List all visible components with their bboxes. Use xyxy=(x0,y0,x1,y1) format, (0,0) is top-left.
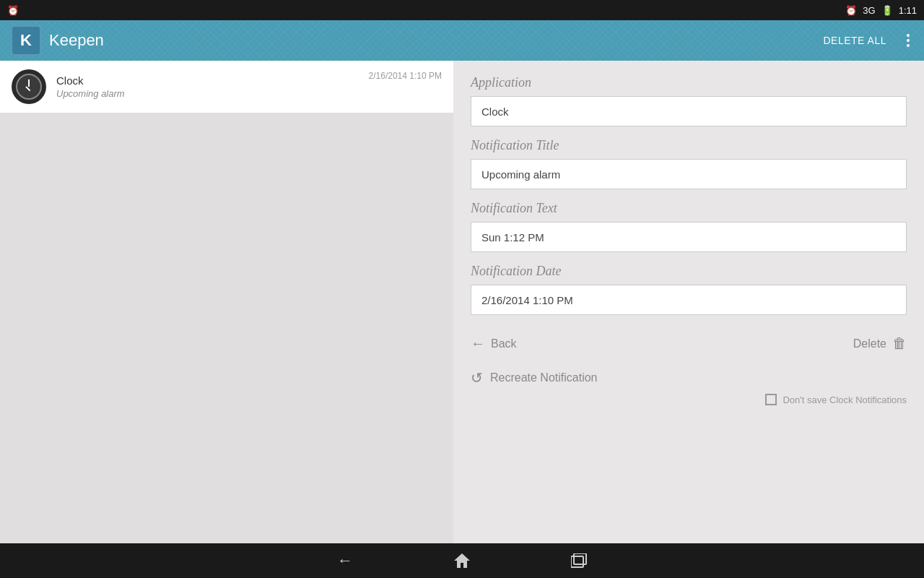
notification-app-name: Clock xyxy=(56,74,359,87)
left-panel: Clock Upcoming alarm 2/16/2014 1:10 PM xyxy=(0,61,453,543)
dont-save-checkbox[interactable] xyxy=(765,394,777,405)
notification-text-value: Sun 1:12 PM xyxy=(471,222,907,252)
nav-home-button[interactable] xyxy=(454,553,470,569)
trash-icon: 🗑 xyxy=(892,335,907,352)
battery-icon: 🔋 xyxy=(881,5,893,16)
status-bar-left: ⏰ xyxy=(7,5,19,16)
status-bar: ⏰ ⏰ 3G 🔋 1:11 xyxy=(0,0,924,20)
svg-rect-2 xyxy=(574,553,586,564)
more-dot-2 xyxy=(907,39,910,42)
notification-timestamp: 2/16/2014 1:10 PM xyxy=(369,69,442,81)
nav-recents-icon xyxy=(571,553,587,568)
nav-home-icon xyxy=(454,553,470,569)
delete-all-button[interactable]: DELETE ALL xyxy=(824,35,887,46)
notification-details: Clock Upcoming alarm xyxy=(56,74,359,99)
app-icon-letter: K xyxy=(20,31,32,50)
more-options-button[interactable] xyxy=(904,31,912,50)
delete-button[interactable]: Delete 🗑 xyxy=(853,335,907,352)
delete-label: Delete xyxy=(853,337,886,350)
notification-subtitle: Upcoming alarm xyxy=(56,88,359,99)
app-title: Keepen xyxy=(49,31,824,50)
svg-marker-0 xyxy=(454,553,470,568)
notification-title-value: Upcoming alarm xyxy=(471,159,907,189)
notification-date-value: 2/16/2014 1:10 PM xyxy=(471,285,907,315)
time-display: 1:11 xyxy=(899,5,917,16)
back-button[interactable]: ← Back xyxy=(471,335,517,352)
clock-face-icon xyxy=(16,74,42,100)
nav-bar: ← xyxy=(0,543,924,578)
action-row: ← Back Delete 🗑 xyxy=(471,335,907,361)
nav-back-button[interactable]: ← xyxy=(337,551,353,570)
signal-icon: 3G xyxy=(863,5,875,16)
app-icon: K xyxy=(12,26,40,55)
status-bar-right: ⏰ 3G 🔋 1:11 xyxy=(845,5,917,16)
app-bar-actions: DELETE ALL xyxy=(824,31,913,50)
app-bar: K Keepen DELETE ALL xyxy=(0,20,924,61)
nav-back-icon: ← xyxy=(337,551,353,570)
right-panel: Application Clock Notification Title Upc… xyxy=(453,61,924,543)
dont-save-label: Don't save Clock Notifications xyxy=(783,394,907,405)
alarm-icon: ⏰ xyxy=(845,5,857,16)
application-label: Application xyxy=(471,75,907,90)
notification-app-icon xyxy=(12,69,46,104)
notification-item[interactable]: Clock Upcoming alarm 2/16/2014 1:10 PM xyxy=(0,61,453,113)
main-content: Clock Upcoming alarm 2/16/2014 1:10 PM A… xyxy=(0,61,924,543)
back-label: Back xyxy=(491,337,517,350)
back-arrow-icon: ← xyxy=(471,335,485,352)
recreate-button[interactable]: Recreate Notification xyxy=(490,371,598,384)
more-dot-1 xyxy=(907,34,910,37)
notification-date-label: Notification Date xyxy=(471,264,907,279)
notification-title-label: Notification Title xyxy=(471,138,907,153)
alarm-status-icon: ⏰ xyxy=(7,5,19,16)
svg-rect-1 xyxy=(571,556,583,567)
nav-recents-button[interactable] xyxy=(571,553,587,568)
dont-save-row: Don't save Clock Notifications xyxy=(471,394,907,405)
recreate-row: ↺ Recreate Notification xyxy=(471,369,907,387)
more-dot-3 xyxy=(907,44,910,47)
application-value: Clock xyxy=(471,96,907,126)
notification-text-label: Notification Text xyxy=(471,201,907,216)
recreate-icon: ↺ xyxy=(471,369,483,387)
